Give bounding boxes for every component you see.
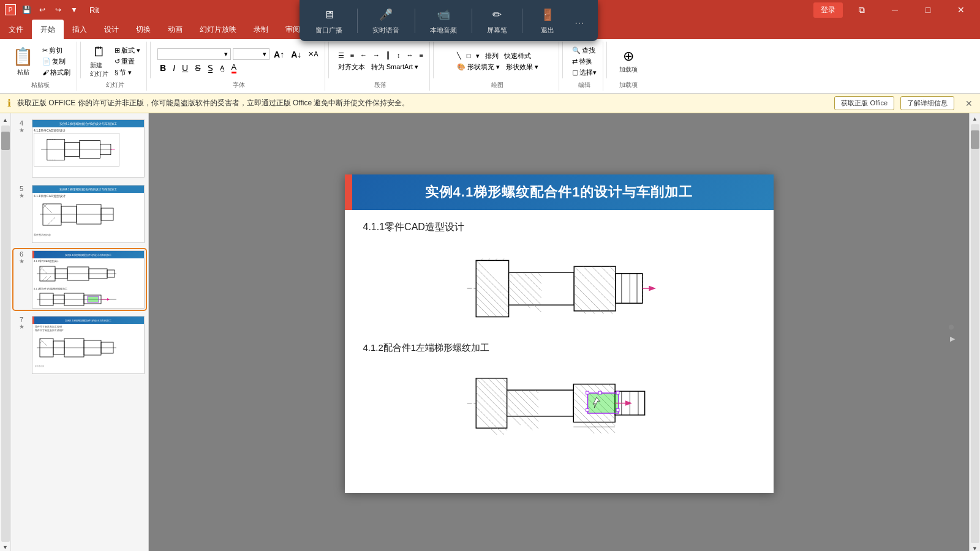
addin-button[interactable]: ⊕ 加载项	[617, 47, 640, 75]
tab-design[interactable]: 设计	[96, 20, 127, 39]
exit-tool[interactable]: 🚪 退出	[533, 4, 562, 37]
scroll-up-btn[interactable]: ▲	[1, 116, 9, 124]
columns-button[interactable]: ║	[383, 51, 393, 59]
shadow-icon: S̲	[208, 63, 213, 73]
slide-thumb-5[interactable]: 5 ★ 实例4.1梯形螺纹配合件1的设计与车削加工 4.1.1零件CAD造型设计	[13, 184, 146, 244]
shape-more[interactable]: ▾	[473, 51, 482, 61]
arrange-button[interactable]: 排列	[483, 51, 501, 61]
increase-font-btn[interactable]: A↑	[271, 49, 287, 60]
decrease-font-btn[interactable]: A↓	[288, 49, 304, 60]
char-spacing-button[interactable]: A̤	[217, 64, 227, 73]
numbering-button[interactable]: ≡	[348, 51, 356, 59]
section-icon: §	[115, 69, 118, 76]
tab-animations[interactable]: 动画	[159, 20, 191, 39]
tab-home[interactable]: 开始	[32, 20, 64, 39]
svg-rect-1	[47, 140, 65, 160]
font-col: ▾ ▾ A↑ A↓ ✕A B I U S S̲	[157, 48, 321, 74]
restore-btn[interactable]: ⧉	[848, 0, 876, 20]
section2-title: 4.1.2配合件1左端梯形螺纹加工	[363, 342, 755, 354]
font-name-dropdown[interactable]: ▾	[157, 48, 231, 60]
realtime-voice-tool[interactable]: 🎤 实时语音	[368, 4, 404, 37]
svg-rect-63	[574, 266, 616, 311]
slide-thumb-4[interactable]: 4 ★ 实例4.1梯形螺纹配合件1的设计与车削加工 4.1.1零件CAD造型设计	[13, 118, 146, 179]
undo-btn[interactable]: ↩	[36, 3, 49, 17]
notification-close[interactable]: ✕	[965, 99, 973, 108]
screen-pen-tool[interactable]: ✏ 屏幕笔	[482, 4, 512, 37]
font-color-button[interactable]: A	[229, 62, 239, 74]
login-button[interactable]: 登录	[813, 2, 843, 18]
quick-access-dropdown[interactable]: ▼	[67, 3, 81, 17]
outdent-button[interactable]: ←	[358, 51, 369, 59]
find-button[interactable]: 🔍查找	[570, 45, 599, 56]
learn-more-button[interactable]: 了解详细信息	[900, 96, 954, 110]
select-button[interactable]: ▢选择▾	[570, 67, 599, 78]
text-align-button[interactable]: ≡	[417, 51, 425, 59]
quick-styles-button[interactable]: 快速样式	[502, 51, 533, 61]
scroll-thumb[interactable]	[1, 132, 10, 150]
italic-button[interactable]: I	[170, 62, 178, 73]
right-scroll-down[interactable]: ▼	[971, 544, 979, 551]
shadow-button[interactable]: S̲	[205, 62, 216, 73]
layout-icon: ⊞	[115, 47, 120, 54]
shape-line[interactable]: ╲	[454, 51, 464, 61]
new-slide-button[interactable]: 🗒 新建幻灯片	[88, 43, 111, 80]
redo-btn[interactable]: ↪	[51, 3, 65, 17]
more-tools-btn[interactable]: …	[572, 13, 587, 28]
font-group-content: ▾ ▾ A↑ A↓ ✕A B I U S S̲	[157, 43, 321, 80]
section-button[interactable]: § 节 ▾	[112, 67, 143, 78]
line-icon: ╲	[457, 52, 461, 60]
shape-outline-button[interactable]: 形状效果 ▾	[503, 62, 541, 72]
scroll-down-btn[interactable]: ▼	[1, 543, 9, 551]
app-icon: P	[5, 4, 16, 15]
svg-line-39	[40, 341, 42, 343]
slide-thumb-6[interactable]: 6 ★ 实例4.1梯形螺纹配合件1的设计与车削加工 4.1.1零件CAD造型设计	[13, 249, 146, 310]
indent-button[interactable]: →	[371, 51, 382, 59]
font-size-dropdown[interactable]: ▾	[233, 48, 270, 60]
slides-label: 幻灯片	[106, 80, 124, 89]
tab-slideshow[interactable]: 幻灯片放映	[191, 20, 245, 39]
format-paint-button[interactable]: 🖌 格式刷	[40, 67, 73, 78]
ribbon-content: 📋 粘贴 ✂ 剪切 📄 复制 🖌 格式刷	[0, 39, 980, 93]
numbering-icon: ≡	[350, 51, 354, 59]
layout-button[interactable]: ⊞ 版式 ▾	[112, 45, 143, 56]
tab-transitions[interactable]: 切换	[127, 20, 159, 39]
right-scroll-thumb[interactable]	[971, 130, 979, 149]
underline-button[interactable]: U	[179, 62, 190, 73]
tab-file[interactable]: 文件	[0, 20, 32, 39]
tab-record[interactable]: 录制	[245, 20, 277, 39]
save-btn[interactable]: 💾	[20, 3, 33, 17]
bullets-button[interactable]: ☰	[336, 51, 347, 60]
scroll-track	[1, 126, 10, 542]
columns-icon: ║	[386, 51, 391, 59]
slide-thumb-7[interactable]: 7 ★ 实例4.1梯形螺纹配合件1的设计与车削加工 · 零件尺寸标注及加工说明 …	[13, 315, 146, 375]
close-btn[interactable]: ✕	[947, 0, 975, 20]
cut-button[interactable]: ✂ 剪切	[40, 45, 73, 56]
paste-button[interactable]: 📋 粘贴	[7, 44, 39, 79]
minimize-btn[interactable]: ─	[881, 0, 909, 20]
slide-num-7: 7	[20, 316, 23, 323]
get-office-button[interactable]: 获取正版 Office	[834, 96, 894, 110]
svg-rect-29	[88, 296, 99, 302]
direction-button[interactable]: ↔	[404, 51, 415, 59]
maximize-btn[interactable]: □	[914, 0, 942, 20]
svg-rect-42	[476, 260, 508, 317]
shape-rect[interactable]: □	[464, 51, 473, 61]
slide-img-7: 实例4.1梯形螺纹配合件1的设计与车削加工 · 零件尺寸标注及加工说明 · 零件…	[32, 316, 145, 374]
tab-insert[interactable]: 插入	[64, 20, 96, 39]
local-audio-tool[interactable]: 📹 本地音频	[425, 4, 462, 37]
clear-format-btn[interactable]: ✕A	[306, 50, 320, 59]
copy-button[interactable]: 📄 复制	[40, 56, 73, 67]
font-row1: ▾ ▾ A↑ A↓ ✕A	[157, 48, 321, 60]
align-text-button[interactable]: 对齐文本	[336, 62, 368, 72]
svg-line-13	[47, 217, 55, 225]
strikethrough-button[interactable]: S	[192, 62, 203, 73]
underline-icon: U	[182, 63, 188, 73]
replace-button[interactable]: ⇄替换	[570, 56, 599, 67]
line-spacing-button[interactable]: ↕	[394, 51, 403, 59]
shape-fill-button[interactable]: 🎨 形状填充 ▾	[454, 62, 502, 72]
convert-smartart-button[interactable]: 转为 SmartArt ▾	[369, 62, 421, 72]
window-broadcast-tool[interactable]: 🖥 窗口广播	[311, 4, 347, 37]
right-scroll-up[interactable]: ▲	[971, 114, 979, 123]
bold-button[interactable]: B	[157, 62, 168, 73]
reset-button[interactable]: ↺ 重置	[112, 56, 143, 67]
